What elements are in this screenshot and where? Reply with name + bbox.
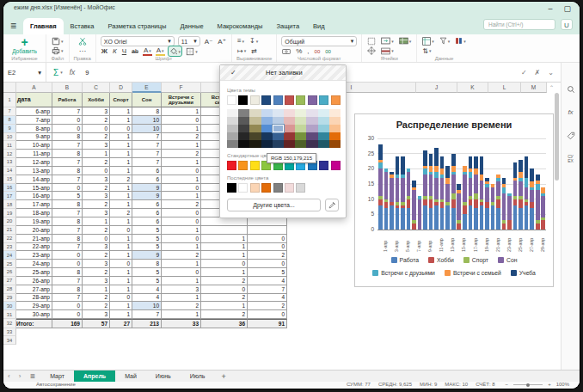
insert-function-button[interactable]: fx	[70, 68, 76, 77]
data-cell[interactable]: 6	[132, 200, 162, 209]
data-cell[interactable]	[248, 217, 287, 226]
tint-swatch[interactable]	[273, 140, 284, 148]
date-cell[interactable]: 15-апр	[16, 184, 52, 193]
tint-swatch[interactable]	[238, 132, 249, 140]
date-cell[interactable]: 11-апр	[16, 150, 52, 158]
data-cell[interactable]	[201, 217, 248, 226]
data-cell[interactable]: 10	[132, 125, 162, 133]
menu-tab-3[interactable]: Данные	[173, 18, 210, 34]
sort-button[interactable]: ⇅▾	[421, 46, 432, 56]
account-button[interactable]: U	[561, 19, 573, 30]
prev-sheet-icon[interactable]: ‹	[3, 371, 15, 382]
cell-style-button[interactable]: ▾	[380, 46, 395, 56]
no-fill-option[interactable]: ✓ Нет заливки	[220, 65, 346, 81]
orientation-button[interactable]: ⇄	[250, 46, 258, 56]
data-cell[interactable]: 1	[110, 251, 132, 260]
data-cell[interactable]: 6	[132, 167, 162, 175]
data-cell[interactable]: 0	[52, 116, 83, 125]
theme-color-swatch[interactable]	[285, 95, 294, 105]
row-header-26[interactable]: 26	[3, 268, 16, 277]
data-cell[interactable]: 1	[110, 268, 132, 277]
data-cell[interactable]: 8	[132, 260, 162, 268]
data-cell[interactable]: 10	[132, 302, 162, 310]
theme-color-swatch[interactable]	[238, 95, 248, 105]
cut-button[interactable]	[77, 36, 88, 46]
row-header-14[interactable]: 14	[3, 167, 16, 175]
tint-swatch[interactable]	[261, 132, 273, 140]
recent-color-swatch[interactable]	[250, 183, 260, 193]
data-cell[interactable]: 5	[132, 277, 162, 285]
data-cell[interactable]: 0	[248, 260, 287, 268]
main-menu-icon[interactable]: ≡	[10, 20, 16, 32]
data-cell[interactable]: 6	[132, 217, 162, 226]
data-cell[interactable]: 1	[110, 277, 132, 285]
data-cell[interactable]: 1	[110, 302, 132, 310]
recent-color-swatch[interactable]	[227, 183, 236, 193]
data-cell[interactable]: 0	[52, 310, 83, 319]
data-cell[interactable]: 1	[162, 310, 201, 319]
decrease-decimal-button[interactable]: 00	[314, 46, 322, 56]
row-header-22[interactable]: 22	[3, 235, 16, 243]
names-panel-icon[interactable]	[562, 132, 580, 140]
column-header-J[interactable]: J	[416, 83, 457, 93]
data-cell[interactable]: 0	[52, 260, 83, 268]
data-cell[interactable]: 4	[248, 294, 287, 303]
tint-swatch[interactable]	[284, 125, 295, 132]
tint-swatch[interactable]	[329, 132, 341, 140]
date-cell[interactable]: 13-апр	[16, 167, 52, 175]
date-cell[interactable]: 27-апр	[16, 285, 52, 294]
tint-swatch[interactable]	[306, 132, 317, 140]
data-cell[interactable]: 3	[83, 175, 110, 184]
data-cell[interactable]: 7	[52, 277, 83, 285]
data-cell[interactable]: 1	[110, 235, 132, 243]
row-header-18[interactable]: 18	[3, 200, 16, 209]
tint-swatch[interactable]	[227, 109, 238, 117]
data-cell[interactable]: 2	[162, 302, 201, 310]
date-cell[interactable]: 24-апр	[16, 260, 52, 268]
menu-tab-2[interactable]: Разметка страницы	[101, 18, 173, 34]
data-cell[interactable]: 0	[248, 235, 287, 243]
tint-swatch[interactable]	[306, 140, 317, 148]
data-cell[interactable]: 7	[132, 310, 162, 319]
column-header-F[interactable]: F	[162, 83, 201, 93]
data-cell[interactable]: 2	[83, 184, 110, 193]
date-cell[interactable]: 21-апр	[16, 235, 52, 243]
tint-swatch[interactable]	[284, 117, 295, 125]
wrap-text-button[interactable]: ↦▾	[236, 46, 247, 56]
row-header-33[interactable]: 33	[3, 328, 16, 337]
theme-color-swatch[interactable]	[331, 95, 341, 105]
more-edit-button[interactable]: ⋯	[78, 46, 87, 56]
data-cell[interactable]: 3	[83, 192, 110, 200]
sheet-tab-1[interactable]: Апрель	[74, 371, 115, 382]
row-header-24[interactable]: 24	[3, 251, 16, 260]
data-cell[interactable]: 7	[52, 243, 83, 252]
tint-swatch[interactable]	[273, 125, 284, 132]
data-cell[interactable]: 0	[248, 243, 287, 252]
theme-color-swatch[interactable]	[273, 95, 283, 105]
data-cell[interactable]: 0	[83, 235, 110, 243]
sheet-tab-2[interactable]: Май	[115, 371, 146, 382]
tint-swatch[interactable]	[227, 140, 238, 148]
standard-color-swatch[interactable]	[331, 161, 341, 170]
tint-swatch[interactable]	[318, 125, 329, 132]
menu-tab-0[interactable]: Главная	[23, 18, 64, 34]
theme-color-swatch[interactable]	[261, 95, 271, 105]
print-button[interactable]: ▾	[51, 46, 64, 56]
tint-swatch[interactable]	[273, 117, 284, 125]
row-header-34[interactable]: 34	[3, 336, 16, 345]
tint-swatch[interactable]	[318, 117, 329, 125]
data-cell[interactable]: 7	[52, 294, 83, 303]
font-name-select[interactable]: XO Oriel ▾	[101, 36, 175, 46]
row-header-9[interactable]: 9	[3, 125, 16, 133]
data-cell[interactable]: 1	[162, 192, 201, 200]
data-cell[interactable]: 0	[52, 302, 83, 310]
zoom-in-button[interactable]: +	[548, 382, 551, 388]
date-cell[interactable]: 10-апр	[16, 141, 52, 150]
data-cell[interactable]: 8	[52, 200, 83, 209]
currency-format-button[interactable]	[281, 46, 292, 56]
theme-color-swatch[interactable]	[319, 95, 328, 105]
data-cell[interactable]: 5	[52, 192, 83, 200]
tint-swatch[interactable]	[249, 125, 261, 132]
data-cell[interactable]: 0	[248, 310, 287, 319]
data-cell[interactable]: 1	[162, 226, 201, 235]
